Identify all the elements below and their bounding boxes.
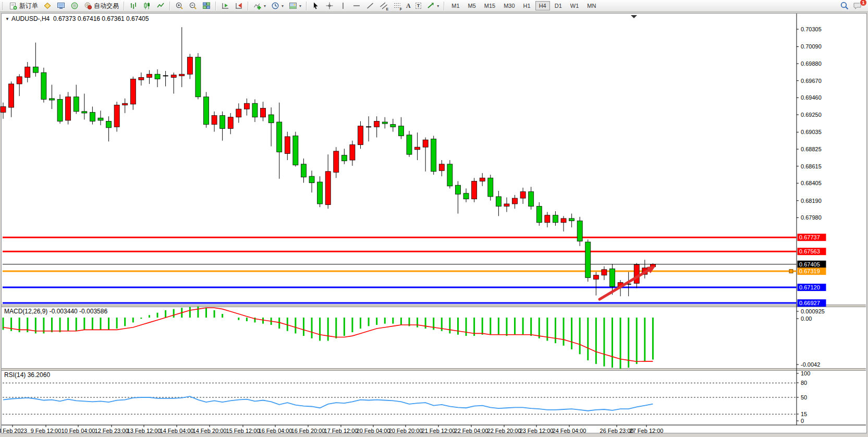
time-tick-label: 16 Feb 20:00 [291, 428, 325, 434]
vertical-line-tool-button[interactable] [336, 1, 349, 11]
candle [82, 112, 87, 113]
text-label-tool-button[interactable]: T [413, 1, 424, 11]
timeframe-button-M5[interactable]: M5 [464, 1, 480, 10]
indicators-caret-icon[interactable]: ▾ [264, 4, 266, 8]
candle [309, 176, 314, 183]
candle [488, 178, 493, 197]
new-order-button[interactable]: 新订单 [7, 1, 40, 11]
cursor-tool-button[interactable] [309, 1, 322, 11]
entry-line-handle[interactable] [789, 270, 793, 273]
chart-shift-button[interactable] [232, 1, 245, 11]
price-tick-label: 0.69460 [801, 94, 822, 101]
candle [585, 242, 591, 277]
time-tick-label: 16 Feb 04:00 [259, 428, 292, 434]
timeframe-button-M1[interactable]: M1 [448, 1, 463, 10]
signal-icon [70, 2, 79, 10]
crosshair-tool-button[interactable] [323, 1, 336, 11]
price-tick-label: 0.69250 [801, 112, 822, 118]
periods-button[interactable]: ▾ [268, 1, 286, 11]
zoom-out-button[interactable] [186, 1, 199, 11]
candle [41, 72, 46, 99]
time-tick-label: 27 Feb 12:00 [630, 428, 664, 434]
rsi-tick-label: 0 [801, 418, 804, 424]
candle [252, 103, 258, 117]
timeframe-button-MN[interactable]: MN [583, 1, 600, 10]
price-tick-label: 0.68405 [801, 180, 822, 186]
candle [228, 117, 233, 129]
time-tick-label: 17 Feb 12:00 [324, 428, 358, 434]
chart-canvas[interactable]: 0.703050.700900.698800.696700.694600.692… [0, 0, 868, 437]
macd-indicator-label: MACD(12,26,9) -0.003440 -0.003586 [4, 308, 107, 315]
price-tick-label: 0.69035 [801, 129, 822, 135]
pane-splitter-macd-rsi[interactable] [2, 369, 866, 370]
templates-button[interactable]: ▾ [286, 1, 303, 11]
time-tick-label: 14 Feb 20:00 [193, 428, 227, 434]
time-tick-label: 24 Feb 04:00 [553, 428, 586, 434]
chart-collapse-icon[interactable]: ▼ [5, 17, 9, 21]
templates-caret-icon[interactable]: ▾ [299, 4, 301, 8]
zoom-in-button[interactable] [173, 1, 186, 11]
time-tick-label: 22 Feb 04:00 [455, 428, 488, 434]
timeframe-button-D1[interactable]: D1 [551, 1, 566, 10]
market-button[interactable] [41, 1, 54, 11]
timeframe-button-H1[interactable]: H1 [520, 1, 534, 10]
resistance-line-2-price-badge-label: 0.67563 [799, 248, 820, 254]
pane-splitter-price-macd[interactable] [2, 305, 866, 307]
candle [341, 155, 347, 161]
candle [569, 218, 574, 221]
tile-windows-button[interactable] [200, 1, 213, 11]
candle [610, 269, 615, 286]
timeframe-button-M30[interactable]: M30 [500, 1, 518, 10]
channel-tool-button[interactable]: E [377, 1, 390, 11]
candle [114, 105, 119, 127]
signals-button[interactable] [68, 1, 81, 11]
chart-ohlc-values: 0.67373 0.67416 0.67361 0.67405 [53, 15, 149, 22]
new-order-icon [9, 2, 18, 10]
candle [439, 164, 444, 171]
candle [593, 275, 598, 280]
auto-scroll-button[interactable] [218, 1, 231, 11]
candle [285, 137, 290, 154]
current-price-line-price-badge-label: 0.67405 [799, 261, 820, 268]
timeframe-button-W1[interactable]: W1 [567, 1, 583, 10]
indicators-button[interactable]: ▾ [251, 1, 268, 11]
timeframe-button-H4[interactable]: H4 [535, 1, 550, 10]
horizontal-line-tool-button[interactable] [350, 1, 363, 11]
terminal-button[interactable] [54, 1, 67, 11]
candlestick-chart-button[interactable] [140, 1, 153, 11]
rsi-tick-label: 80 [801, 380, 807, 386]
shapes-tool-button[interactable]: ▾ [424, 1, 441, 11]
candle [268, 115, 274, 123]
line-chart-button[interactable] [154, 1, 167, 11]
text-label-icon: T [415, 3, 422, 9]
channel-icon: E [379, 2, 388, 10]
auto-trading-label: 自动交易 [94, 2, 119, 10]
price-tick-label: 0.67980 [801, 214, 822, 221]
candle [504, 204, 509, 207]
candle [212, 116, 217, 125]
notifications-chat-icon[interactable]: 1 [852, 2, 863, 10]
time-tick-label: 12 Feb 23:00 [95, 428, 129, 434]
chart-title: ▼AUDUSD-,H4 0.67373 0.67416 0.67361 0.67… [5, 15, 149, 22]
chart-shift-marker-icon[interactable] [631, 15, 637, 18]
bar-chart-button[interactable] [127, 1, 140, 11]
candle [553, 215, 558, 223]
toolbar-grip[interactable] [2, 2, 5, 10]
shapes-caret-icon[interactable]: ▾ [437, 4, 439, 8]
terminal-icon [56, 2, 65, 10]
periods-caret-icon[interactable]: ▾ [282, 4, 284, 8]
fibonacci-tool-button[interactable]: F [390, 1, 404, 11]
candle [244, 103, 249, 109]
new-order-label: 新订单 [19, 2, 38, 10]
candle [520, 192, 525, 198]
auto-trading-button[interactable]: 自动交易 [81, 1, 121, 11]
trendline-tool-button[interactable] [363, 1, 376, 11]
search-icon[interactable] [840, 2, 849, 10]
candlestick-chart-icon [142, 2, 151, 10]
macd-tick-label: 0.000925 [801, 308, 825, 314]
candle [431, 139, 436, 172]
crosshair-icon [325, 2, 334, 10]
candle [496, 197, 501, 207]
text-tool-button[interactable]: A [404, 1, 413, 11]
timeframe-button-M15[interactable]: M15 [481, 1, 499, 10]
